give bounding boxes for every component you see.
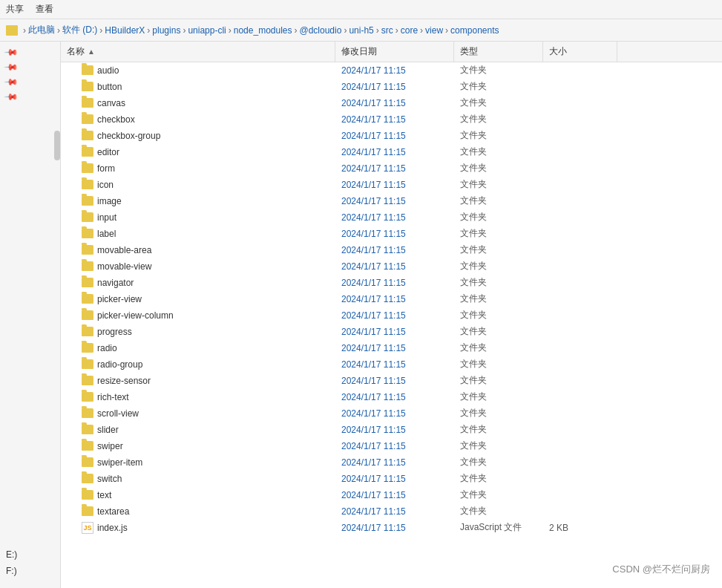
folder-icon: [82, 278, 93, 287]
sidebar-scrollbar[interactable]: [54, 131, 60, 160]
file-name-text: audio: [97, 65, 119, 76]
breadcrumb-computer[interactable]: 此电脑: [28, 24, 55, 36]
folder-icon: [82, 212, 93, 222]
file-name-cell: progress: [61, 327, 335, 337]
table-row[interactable]: rich-text2024/1/17 11:15文件夹: [61, 389, 722, 405]
table-row[interactable]: progress2024/1/17 11:15文件夹: [61, 324, 722, 340]
table-row[interactable]: radio-group2024/1/17 11:15文件夹: [61, 356, 722, 373]
breadcrumb-dcloudio[interactable]: @dcloudio: [300, 25, 342, 36]
table-row[interactable]: textarea2024/1/17 11:15文件夹: [61, 503, 722, 520]
table-row[interactable]: swiper2024/1/17 11:15文件夹: [61, 438, 722, 454]
file-type-cell: 文件夹: [454, 276, 543, 289]
file-type-cell: 文件夹: [454, 195, 543, 207]
breadcrumb-sep-2: ›: [99, 25, 102, 36]
file-date-cell: 2024/1/17 11:15: [335, 327, 454, 337]
folder-icon: [82, 490, 93, 500]
file-type-cell: 文件夹: [454, 162, 543, 174]
file-date-cell: 2024/1/17 11:15: [335, 359, 454, 370]
breadcrumb-uni-h5[interactable]: uni-h5: [349, 25, 373, 36]
table-row[interactable]: input2024/1/17 11:15文件夹: [61, 209, 722, 226]
table-row[interactable]: text2024/1/17 11:15文件夹: [61, 487, 722, 503]
folder-icon: [82, 131, 93, 140]
sidebar-pin-4[interactable]: 📌: [0, 89, 60, 104]
file-name-text: progress: [97, 327, 132, 337]
breadcrumb-plugins[interactable]: plugins: [152, 25, 180, 36]
sidebar-pin-3[interactable]: 📌: [0, 74, 60, 89]
breadcrumb-components[interactable]: components: [450, 25, 499, 36]
breadcrumb-drive[interactable]: 软件 (D:): [62, 24, 97, 36]
file-type-cell: 文件夹: [454, 64, 543, 76]
table-row[interactable]: radio2024/1/17 11:15文件夹: [61, 340, 722, 356]
col-header-modified[interactable]: 修改日期: [335, 42, 454, 62]
folder-icon: [82, 229, 93, 238]
table-row[interactable]: button2024/1/17 11:15文件夹: [61, 79, 722, 95]
file-list[interactable]: audio2024/1/17 11:15文件夹button2024/1/17 1…: [61, 62, 722, 588]
file-name-text: checkbox: [97, 114, 135, 125]
table-row[interactable]: audio2024/1/17 11:15文件夹: [61, 62, 722, 79]
table-row[interactable]: form2024/1/17 11:15文件夹: [61, 160, 722, 177]
table-row[interactable]: label2024/1/17 11:15文件夹: [61, 226, 722, 242]
folder-icon: [82, 196, 93, 206]
file-date-cell: 2024/1/17 11:15: [335, 212, 454, 223]
file-type-cell: 文件夹: [454, 293, 543, 305]
table-row[interactable]: checkbox2024/1/17 11:15文件夹: [61, 111, 722, 128]
table-row[interactable]: resize-sensor2024/1/17 11:15文件夹: [61, 373, 722, 389]
file-name-cell: input: [61, 212, 335, 223]
file-name-cell: audio: [61, 65, 335, 76]
file-name-cell: resize-sensor: [61, 376, 335, 386]
file-date-cell: 2024/1/17 11:15: [335, 261, 454, 272]
folder-icon: [82, 114, 93, 124]
menu-view[interactable]: 查看: [36, 3, 53, 16]
file-date-cell: 2024/1/17 11:15: [335, 114, 454, 125]
file-date-cell: 2024/1/17 11:15: [335, 523, 454, 533]
col-header-size[interactable]: 大小: [543, 42, 617, 62]
table-row[interactable]: JSindex.js2024/1/17 11:15JavaScript 文件2 …: [61, 520, 722, 536]
breadcrumb-node-modules[interactable]: node_modules: [234, 25, 292, 36]
breadcrumb-sep-11: ›: [445, 25, 448, 36]
table-row[interactable]: editor2024/1/17 11:15文件夹: [61, 144, 722, 160]
file-type-cell: 文件夹: [454, 325, 543, 338]
pin-icon-4: 📌: [4, 89, 19, 105]
table-row[interactable]: canvas2024/1/17 11:15文件夹: [61, 95, 722, 111]
table-row[interactable]: navigator2024/1/17 11:15文件夹: [61, 275, 722, 291]
table-row[interactable]: scroll-view2024/1/17 11:15文件夹: [61, 405, 722, 422]
col-header-name[interactable]: 名称 ▲: [61, 42, 335, 62]
file-type-cell: 文件夹: [454, 113, 543, 125]
file-date-cell: 2024/1/17 11:15: [335, 147, 454, 157]
file-name-text: scroll-view: [97, 408, 139, 419]
table-row[interactable]: movable-view2024/1/17 11:15文件夹: [61, 258, 722, 275]
breadcrumb-uniapp-cli[interactable]: uniapp-cli: [188, 25, 226, 36]
file-type-cell: 文件夹: [454, 456, 543, 468]
table-row[interactable]: icon2024/1/17 11:15文件夹: [61, 177, 722, 193]
menu-share[interactable]: 共享: [6, 3, 24, 16]
table-row[interactable]: switch2024/1/17 11:15文件夹: [61, 471, 722, 487]
file-type-cell: 文件夹: [454, 489, 543, 501]
main-layout: 📌 📌 📌 📌 E:) F:) 名称 ▲ 修改日期 类型: [0, 42, 722, 588]
file-name-cell: form: [61, 163, 335, 174]
file-type-cell: 文件夹: [454, 129, 543, 142]
table-row[interactable]: image2024/1/17 11:15文件夹: [61, 193, 722, 209]
table-row[interactable]: picker-view2024/1/17 11:15文件夹: [61, 291, 722, 307]
folder-icon: [82, 376, 93, 385]
table-row[interactable]: picker-view-column2024/1/17 11:15文件夹: [61, 307, 722, 324]
drive-e[interactable]: E:): [0, 546, 60, 563]
breadcrumb-src[interactable]: src: [381, 25, 393, 36]
file-date-cell: 2024/1/17 11:15: [335, 457, 454, 468]
table-row[interactable]: movable-area2024/1/17 11:15文件夹: [61, 242, 722, 258]
file-name-text: picker-view-column: [97, 310, 174, 321]
js-file-icon: JS: [82, 522, 93, 534]
breadcrumb-hbuilderx[interactable]: HBuilderX: [105, 25, 145, 36]
file-type-cell: 文件夹: [454, 260, 543, 272]
breadcrumb-core[interactable]: core: [401, 25, 418, 36]
table-row[interactable]: slider2024/1/17 11:15文件夹: [61, 422, 722, 438]
table-row[interactable]: checkbox-group2024/1/17 11:15文件夹: [61, 128, 722, 144]
drive-f[interactable]: F:): [0, 563, 60, 579]
table-row[interactable]: swiper-item2024/1/17 11:15文件夹: [61, 454, 722, 471]
sidebar-pin-2[interactable]: 📌: [0, 59, 60, 74]
file-name-cell: rich-text: [61, 392, 335, 402]
sidebar-pin-1[interactable]: 📌: [0, 45, 60, 59]
col-header-type[interactable]: 类型: [454, 42, 543, 62]
breadcrumb-view[interactable]: view: [425, 25, 443, 36]
file-name-cell: swiper-item: [61, 457, 335, 468]
breadcrumb-bar: › 此电脑 › 软件 (D:) › HBuilderX › plugins › …: [0, 19, 722, 42]
